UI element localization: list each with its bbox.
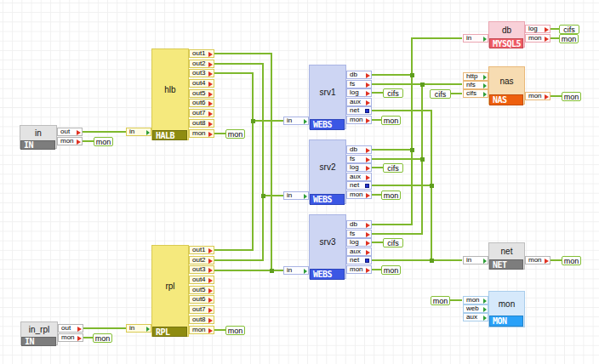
node-srv1[interactable]: srv1WEBS: [309, 65, 346, 129]
node-net[interactable]: netNET: [488, 242, 525, 270]
port-rpl-out8[interactable]: out8: [189, 316, 214, 324]
port-srv1-fs[interactable]: fs: [346, 80, 372, 88]
net-label-cifs[interactable]: cifs: [383, 88, 403, 98]
port-srv2-net[interactable]: net: [346, 181, 372, 190]
port-srv3-aux[interactable]: aux: [346, 247, 372, 256]
port-nas-cifs[interactable]: cifs: [463, 89, 488, 98]
port-in-out[interactable]: out: [57, 128, 83, 136]
net-label-mon[interactable]: mon: [562, 256, 581, 265]
port-label: out7: [192, 306, 206, 313]
port-srv3-db[interactable]: db: [346, 220, 372, 229]
port-rpl-out1[interactable]: out1: [189, 246, 214, 254]
port-label: log: [528, 26, 538, 32]
port-rpl-out2[interactable]: out2: [189, 256, 214, 264]
wire[interactable]: [214, 73, 253, 250]
net-label-mon[interactable]: mon: [225, 129, 245, 139]
port-in_rpl-mon[interactable]: mon: [58, 333, 83, 342]
in-arrow-icon: [146, 130, 150, 135]
port-srv1-net[interactable]: net: [346, 106, 372, 115]
net-label-mon[interactable]: mon: [562, 92, 581, 101]
out-arrow-icon: [208, 278, 213, 283]
port-hlb-out1[interactable]: out1: [189, 49, 214, 58]
port-srv1-aux[interactable]: aux: [346, 98, 372, 106]
port-hlb-out3[interactable]: out3: [189, 69, 214, 77]
port-srv2-aux[interactable]: aux: [346, 173, 372, 181]
net-label-mon[interactable]: mon: [381, 191, 401, 200]
port-mon-mon[interactable]: mon: [463, 296, 488, 304]
port-db-in[interactable]: in: [463, 34, 488, 43]
port-hlb-out6[interactable]: out6: [189, 99, 214, 107]
node-rpl[interactable]: rplRPL: [151, 245, 189, 337]
port-db-log[interactable]: log: [525, 25, 551, 33]
type-label-text: WEBS: [313, 120, 332, 129]
port-rpl-out4[interactable]: out4: [189, 276, 214, 284]
port-mon-aux[interactable]: aux: [463, 313, 488, 321]
port-label: out8: [192, 316, 206, 323]
port-label: log: [350, 239, 359, 246]
port-srv2-mon[interactable]: mon: [346, 191, 372, 199]
net-label-cifs[interactable]: cifs: [430, 89, 451, 99]
port-rpl-out5[interactable]: out5: [189, 286, 214, 294]
net-label-mon[interactable]: mon: [93, 333, 112, 343]
port-srv2-db[interactable]: db: [346, 145, 372, 154]
port-net-in[interactable]: in: [463, 256, 488, 264]
port-label: out7: [192, 110, 206, 117]
port-nas-nfs[interactable]: nfs: [463, 81, 488, 89]
port-hlb-out8[interactable]: out8: [189, 119, 214, 128]
port-label: out1: [192, 247, 206, 253]
port-srv3-in[interactable]: in: [283, 266, 309, 275]
in-arrow-icon: [304, 194, 307, 199]
port-in-mon[interactable]: mon: [57, 137, 83, 145]
net-label-cifs[interactable]: cifs: [559, 25, 579, 34]
node-nas[interactable]: nasNAS: [488, 66, 525, 105]
port-db-mon[interactable]: mon: [525, 34, 551, 43]
port-hlb-out4[interactable]: out4: [189, 79, 214, 88]
port-nas-http[interactable]: http: [463, 72, 488, 81]
node-db[interactable]: dbMYSQL5: [488, 21, 525, 48]
port-hlb-out7[interactable]: out7: [189, 109, 214, 117]
port-net-mon[interactable]: mon: [525, 256, 551, 264]
port-srv2-log[interactable]: log: [346, 163, 372, 172]
port-srv2-fs[interactable]: fs: [346, 155, 372, 163]
node-srv2[interactable]: srv2WEBS: [309, 139, 346, 204]
port-hlb-out2[interactable]: out2: [189, 60, 214, 68]
port-rpl-in[interactable]: in: [126, 324, 151, 333]
port-srv3-mon[interactable]: mon: [346, 265, 372, 274]
port-rpl-out7[interactable]: out7: [189, 305, 214, 314]
port-rpl-out3[interactable]: out3: [189, 265, 214, 274]
port-srv1-db[interactable]: db: [346, 71, 372, 79]
net-label-text: mon: [384, 266, 399, 275]
port-rpl-mon[interactable]: mon: [189, 326, 214, 334]
port-srv3-net[interactable]: net: [346, 256, 372, 264]
net-label-mon[interactable]: mon: [559, 34, 579, 43]
port-mon-web[interactable]: web: [463, 304, 488, 313]
node-in[interactable]: inIN: [20, 125, 57, 149]
node-in_rpl[interactable]: in_rplIN: [20, 321, 58, 345]
port-srv2-in[interactable]: in: [283, 191, 309, 200]
diagram-canvas[interactable]: monmoncifsmoncifsmoncifsmoncifsmoncifsmo…: [0, 0, 599, 364]
node-title-text: nas: [499, 77, 513, 86]
node-hlb[interactable]: hlbHALB: [151, 48, 189, 140]
port-srv1-mon[interactable]: mon: [346, 116, 372, 124]
port-srv1-in[interactable]: in: [283, 117, 309, 125]
net-label-mon[interactable]: mon: [381, 116, 401, 125]
port-srv3-log[interactable]: log: [346, 238, 372, 247]
net-label-mon[interactable]: mon: [431, 296, 450, 305]
port-rpl-out6[interactable]: out6: [189, 295, 214, 304]
node-srv3[interactable]: srv3WEBS: [309, 214, 346, 279]
node-db-title: db: [489, 22, 524, 38]
wire[interactable]: [214, 64, 263, 260]
port-in_rpl-out[interactable]: out: [58, 324, 83, 333]
port-nas-mon[interactable]: mon: [525, 92, 551, 100]
port-hlb-in[interactable]: in: [126, 128, 151, 136]
net-label-cifs[interactable]: cifs: [383, 163, 403, 173]
port-srv1-log[interactable]: log: [346, 88, 372, 97]
port-hlb-out5[interactable]: out5: [189, 89, 214, 98]
net-label-mon[interactable]: mon: [381, 265, 401, 275]
port-hlb-mon[interactable]: mon: [189, 129, 214, 138]
port-srv3-fs[interactable]: fs: [346, 230, 372, 238]
net-label-cifs[interactable]: cifs: [383, 238, 403, 247]
net-label-mon[interactable]: mon: [225, 326, 245, 335]
node-mon[interactable]: monMON: [488, 291, 525, 327]
net-label-mon[interactable]: mon: [94, 137, 113, 146]
